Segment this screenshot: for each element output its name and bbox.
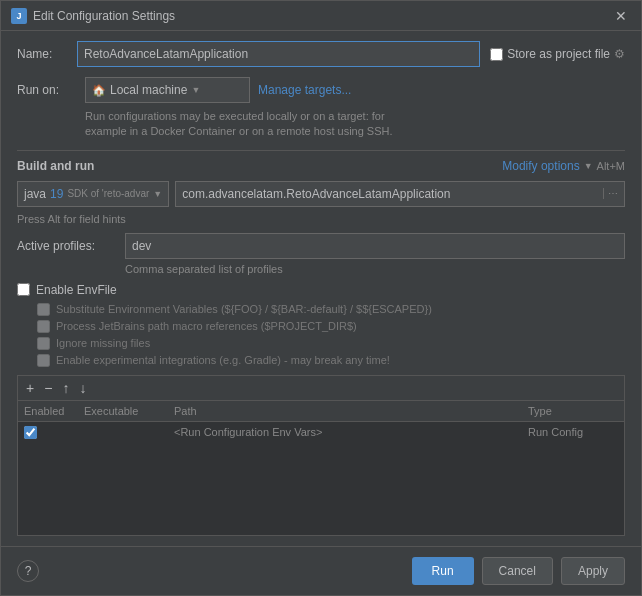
header-enabled: Enabled [24, 405, 84, 417]
modify-shortcut: Alt+M [597, 160, 625, 172]
manage-targets-link[interactable]: Manage targets... [258, 83, 351, 97]
apply-button[interactable]: Apply [561, 557, 625, 585]
row-enabled-cell [24, 426, 84, 439]
build-run-title: Build and run [17, 159, 94, 173]
title-bar-left: J Edit Configuration Settings [11, 8, 175, 24]
sub-option-3-checkbox[interactable] [37, 337, 50, 350]
store-project-checkbox[interactable] [490, 48, 503, 61]
name-row: Name: Store as project file ⚙ [17, 41, 625, 67]
row-enabled-checkbox[interactable] [24, 426, 37, 439]
enable-envfile-row: Enable EnvFile [17, 283, 625, 297]
java-version: 19 [50, 187, 63, 201]
row-type-cell: Run Config [528, 426, 618, 438]
move-down-button[interactable]: ↓ [75, 379, 90, 397]
java-select[interactable]: java 19 SDK of 'reto-advar ▼ [17, 181, 169, 207]
sub-option-2-label: Process JetBrains path macro references … [56, 320, 357, 332]
table-toolbar: + − ↑ ↓ [17, 375, 625, 400]
name-label: Name: [17, 47, 77, 61]
run-on-select[interactable]: 🏠 Local machine ▼ [85, 77, 250, 103]
sub-option-1-checkbox[interactable] [37, 303, 50, 316]
header-path: Path [174, 405, 528, 417]
row-path-cell: <Run Configuration Env Vars> [174, 426, 528, 438]
table-row: <Run Configuration Env Vars> Run Config [18, 422, 624, 443]
main-class-browse-icon[interactable]: ⋯ [603, 188, 618, 199]
build-run-section-header: Build and run Modify options ▼ Alt+M [17, 150, 625, 173]
remove-env-button[interactable]: − [40, 379, 56, 397]
java-label: java [24, 187, 46, 201]
add-env-button[interactable]: + [22, 379, 38, 397]
main-class-value: com.advancelatam.RetoAdvanceLatamApplica… [182, 187, 450, 201]
dialog-title: Edit Configuration Settings [33, 9, 175, 23]
java-chevron-icon: ▼ [153, 189, 162, 199]
sub-option-3-label: Ignore missing files [56, 337, 150, 349]
dialog-content: Name: Store as project file ⚙ Run on: 🏠 … [1, 31, 641, 546]
sub-option-1: Substitute Environment Variables (${FOO}… [37, 303, 625, 316]
run-button[interactable]: Run [412, 557, 474, 585]
move-up-button[interactable]: ↑ [58, 379, 73, 397]
dialog-icon: J [11, 8, 27, 24]
run-hint: Run configurations may be executed local… [85, 109, 625, 140]
close-button[interactable]: ✕ [611, 7, 631, 25]
field-hint: Press Alt for field hints [17, 213, 625, 225]
edit-config-dialog: J Edit Configuration Settings ✕ Name: St… [0, 0, 642, 596]
dialog-footer: ? Run Cancel Apply [1, 546, 641, 595]
enable-envfile-label: Enable EnvFile [36, 283, 117, 297]
modify-chevron-icon: ▼ [584, 161, 593, 171]
sub-option-4: Enable experimental integrations (e.g. G… [37, 354, 625, 367]
sub-option-4-label: Enable experimental integrations (e.g. G… [56, 354, 390, 366]
table-header: Enabled Executable Path Type [18, 401, 624, 422]
profiles-row: Active profiles: [17, 233, 625, 259]
help-button[interactable]: ? [17, 560, 39, 582]
cancel-button[interactable]: Cancel [482, 557, 553, 585]
store-project-label: Store as project file [507, 47, 610, 61]
java-sdk-label: SDK of 'reto-advar [67, 188, 149, 199]
java-row: java 19 SDK of 'reto-advar ▼ com.advance… [17, 181, 625, 207]
run-on-value: Local machine [110, 83, 187, 97]
modify-options-label: Modify options [502, 159, 579, 173]
name-input[interactable] [77, 41, 480, 67]
env-table: Enabled Executable Path Type <Run Config… [17, 400, 625, 536]
store-project-row: Store as project file ⚙ [490, 47, 625, 61]
profiles-hint: Comma separated list of profiles [125, 263, 625, 275]
footer-right: Run Cancel Apply [412, 557, 625, 585]
sub-option-2-checkbox[interactable] [37, 320, 50, 333]
run-on-label: Run on: [17, 83, 77, 97]
sub-option-1-label: Substitute Environment Variables (${FOO}… [56, 303, 432, 315]
sub-options: Substitute Environment Variables (${FOO}… [37, 303, 625, 367]
header-executable: Executable [84, 405, 174, 417]
profiles-label: Active profiles: [17, 239, 117, 253]
run-on-row: Run on: 🏠 Local machine ▼ Manage targets… [17, 77, 625, 103]
chevron-down-icon: ▼ [191, 85, 200, 95]
footer-left: ? [17, 560, 39, 582]
sub-option-3: Ignore missing files [37, 337, 625, 350]
store-project-settings-icon[interactable]: ⚙ [614, 47, 625, 61]
main-class-field[interactable]: com.advancelatam.RetoAdvanceLatamApplica… [175, 181, 625, 207]
title-bar: J Edit Configuration Settings ✕ [1, 1, 641, 31]
header-type: Type [528, 405, 618, 417]
home-icon: 🏠 [92, 84, 106, 97]
sub-option-4-checkbox[interactable] [37, 354, 50, 367]
enable-envfile-checkbox[interactable] [17, 283, 30, 296]
modify-options-button[interactable]: Modify options ▼ Alt+M [502, 159, 625, 173]
sub-option-2: Process JetBrains path macro references … [37, 320, 625, 333]
profiles-input[interactable] [125, 233, 625, 259]
